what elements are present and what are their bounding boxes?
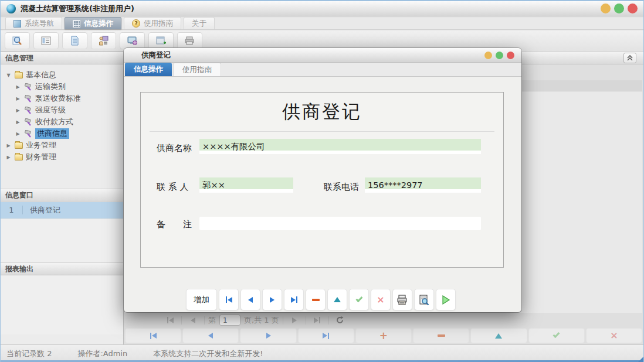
maximize-button[interactable] [614, 4, 624, 13]
chevron-right-icon[interactable]: ▶ [15, 131, 21, 136]
prev-record-button[interactable] [240, 289, 260, 310]
record-count-label: 当前记录数 2 [6, 349, 52, 359]
note-field[interactable] [199, 217, 481, 230]
nav-first-button[interactable] [125, 328, 181, 343]
dialog-titlebar[interactable]: 供商登记 [124, 48, 521, 63]
pager-first-button[interactable] [162, 315, 178, 326]
document-icon [69, 35, 80, 46]
edit-record-button[interactable] [327, 289, 347, 310]
check-icon [553, 331, 560, 338]
supplier-registration-dialog: 供商登记 信息操作 使用指南 供商登记 供商名称 联 系 人 联系电话 备 注 … [124, 48, 521, 312]
play-icon [440, 295, 451, 305]
navigation-tree: ▼ 基本信息 ▶ 运输类别 ▶ 泵送收费标准 ▶ 强度等级 ▶ 收付款方式 ▶ … [1, 64, 123, 163]
pagination-bar: 第 页,共 1 页 [125, 313, 642, 327]
tree-item-business-management[interactable]: ▶ 业务管理 [1, 139, 123, 151]
tool-icon [24, 130, 32, 138]
tab-user-guide[interactable]: ? 使用指南 [124, 17, 181, 29]
tree-label: 收付款方式 [35, 117, 73, 127]
chevron-down-icon[interactable]: ▼ [5, 73, 12, 78]
app-logo-icon [6, 4, 16, 13]
tree-item-basic-info[interactable]: ▼ 基本信息 [1, 69, 123, 81]
tree-label: 业务管理 [26, 140, 56, 151]
tree-item-transport-type[interactable]: ▶ 运输类别 [1, 81, 123, 93]
tree-item-pump-fee-standard[interactable]: ▶ 泵送收费标准 [1, 93, 123, 104]
pager-next-button[interactable] [287, 315, 302, 326]
dialog-tab-user-guide[interactable]: 使用指南 [173, 63, 221, 76]
minimize-button[interactable] [601, 4, 611, 13]
print-preview-icon [418, 294, 430, 306]
nav-prev-button[interactable] [182, 328, 239, 343]
collapse-panel-button[interactable] [623, 53, 636, 63]
add-window-icon [155, 35, 167, 46]
chevron-right-icon[interactable]: ▶ [15, 119, 21, 125]
nav-next-button[interactable] [240, 328, 296, 343]
tree-item-supplier-info[interactable]: ▶ 供商信息 [1, 128, 123, 139]
chevron-right-icon[interactable]: ▶ [15, 96, 21, 101]
dialog-tab-info-operations[interactable]: 信息操作 [125, 63, 172, 76]
cancel-record-button[interactable]: × [371, 289, 391, 310]
execute-button[interactable] [436, 289, 456, 310]
tree-item-payment-method[interactable]: ▶ 收付款方式 [1, 116, 123, 128]
square-icon [13, 20, 21, 28]
tree-item-strength-grade[interactable]: ▶ 强度等级 [1, 104, 123, 116]
window-controls [601, 4, 638, 13]
edit-row-button[interactable] [470, 328, 527, 343]
form-heading: 供商登记 [141, 100, 503, 124]
resize-grip[interactable] [638, 357, 643, 362]
first-record-button[interactable] [219, 289, 239, 310]
toolbar-search-button[interactable] [5, 32, 30, 49]
delete-row-button[interactable] [413, 328, 469, 343]
save-record-button[interactable] [349, 289, 369, 310]
add-button[interactable]: 增加 [186, 289, 217, 310]
info-management-panel-header[interactable]: 信息管理 [1, 52, 123, 64]
toolbar-add-window-button[interactable] [148, 32, 174, 49]
supplier-name-label: 供商名称 [157, 143, 192, 154]
chevron-right-icon[interactable]: ▶ [5, 155, 12, 160]
tab-system-navigation[interactable]: 系统导航 [5, 17, 62, 29]
nav-last-button[interactable] [298, 328, 354, 343]
delete-record-button[interactable] [306, 289, 326, 310]
last-record-button[interactable] [284, 289, 304, 310]
supplier-name-field[interactable] [199, 139, 481, 154]
pager-prev-button[interactable] [185, 315, 201, 326]
close-button[interactable] [628, 4, 638, 13]
toolbar-printer-button[interactable] [177, 32, 202, 49]
panel-title: 信息管理 [5, 53, 33, 63]
toolbar-document-button[interactable] [62, 32, 87, 49]
chevron-right-icon[interactable]: ▶ [5, 143, 12, 148]
plus-icon: + [379, 331, 388, 341]
chevron-right-icon[interactable]: ▶ [15, 108, 21, 113]
sidebar: 信息管理 ▼ 基本信息 ▶ 运输类别 ▶ 泵送收费标准 ▶ 强度等级 ▶ 收付款… [1, 52, 124, 344]
dialog-tab-bar: 信息操作 使用指南 [124, 63, 521, 77]
info-window-panel-header[interactable]: 信息窗口 [1, 189, 123, 202]
pager-last-button[interactable] [310, 315, 325, 326]
toolbar-monitor-web-button[interactable] [120, 32, 145, 49]
print-button[interactable] [392, 289, 412, 310]
dialog-maximize-button[interactable] [496, 52, 503, 59]
cancel-row-button[interactable]: × [586, 328, 642, 343]
print-preview-button[interactable] [414, 289, 434, 310]
tab-info-operations[interactable]: 信息操作 [65, 17, 121, 29]
contact-phone-field[interactable] [365, 177, 481, 193]
x-icon: × [377, 295, 384, 305]
page-prefix-label: 第 [208, 315, 216, 326]
window-list-item[interactable]: 1 供商登记 [1, 202, 123, 218]
divider [204, 316, 205, 325]
chevron-right-icon[interactable]: ▶ [15, 84, 21, 90]
toolbar-user-report-button[interactable] [91, 32, 116, 49]
row-index: 1 [1, 206, 23, 214]
toolbar-listview-button[interactable] [33, 32, 59, 49]
refresh-button[interactable] [333, 315, 348, 326]
tree-item-finance-management[interactable]: ▶ 财务管理 [1, 151, 123, 163]
window-titlebar: 混凝土结算管理系统(非注册用户) [1, 0, 643, 16]
tab-about[interactable]: 关于 [184, 17, 215, 29]
dialog-minimize-button[interactable] [484, 52, 492, 59]
add-row-button[interactable]: + [355, 328, 412, 343]
next-record-button[interactable] [262, 289, 282, 310]
confirm-row-button[interactable] [528, 328, 585, 343]
divider [328, 316, 329, 325]
dialog-close-button[interactable] [507, 52, 514, 59]
contact-name-field[interactable] [199, 177, 293, 193]
report-output-panel-header[interactable]: 报表输出 [1, 262, 123, 275]
page-number-input[interactable] [219, 315, 240, 326]
